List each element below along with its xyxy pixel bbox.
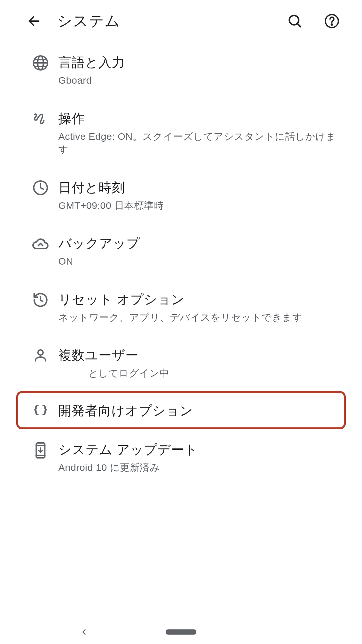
nav-home-pill[interactable]: [166, 629, 196, 635]
svg-point-9: [38, 350, 43, 355]
svg-line-2: [298, 23, 301, 27]
item-subtitle: ネットワーク、アプリ、デバイスをリセットできます: [58, 311, 339, 324]
settings-item-developer-options[interactable]: 開発者向けオプション: [16, 391, 346, 429]
settings-item-gestures[interactable]: 操作 Active Edge: ON。スクイーズしてアシスタントに話しかけます: [16, 98, 346, 167]
svg-point-4: [331, 24, 332, 25]
item-title: 言語と入力: [58, 54, 339, 71]
search-icon: [287, 14, 302, 29]
braces-icon: [33, 403, 48, 418]
help-icon: [324, 13, 340, 29]
search-button[interactable]: [284, 10, 306, 32]
cloud-upload-icon: [32, 235, 49, 253]
item-subtitle: Android 10 に更新済み: [58, 461, 339, 474]
help-button[interactable]: [321, 10, 343, 32]
person-icon: [33, 347, 48, 363]
item-subtitle: Gboard: [58, 74, 339, 87]
item-title: システム アップデート: [58, 441, 339, 458]
chevron-left-icon: [79, 627, 88, 637]
nav-back-button[interactable]: [79, 627, 88, 637]
item-subtitle: Active Edge: ON。スクイーズしてアシスタントに話しかけます: [58, 130, 339, 156]
clock-icon: [32, 180, 49, 196]
settings-item-backup[interactable]: バックアップ ON: [16, 223, 346, 279]
item-title: 日付と時刻: [58, 179, 339, 196]
settings-item-reset[interactable]: リセット オプション ネットワーク、アプリ、デバイスをリセットできます: [16, 279, 346, 335]
app-header: システム: [16, 0, 346, 42]
page-title: システム: [57, 11, 272, 31]
settings-item-date-time[interactable]: 日付と時刻 GMT+09:00 日本標準時: [16, 167, 346, 223]
system-update-icon: [33, 442, 48, 459]
settings-item-multiple-users[interactable]: 複数ユーザー としてログイン中: [16, 335, 346, 391]
item-subtitle: としてログイン中: [58, 367, 339, 380]
item-subtitle: GMT+09:00 日本標準時: [58, 199, 339, 212]
item-subtitle: ON: [58, 255, 339, 268]
settings-item-language-input[interactable]: 言語と入力 Gboard: [16, 42, 346, 98]
item-title: バックアップ: [58, 235, 339, 252]
settings-item-system-update[interactable]: システム アップデート Android 10 に更新済み: [16, 429, 346, 485]
history-icon: [32, 292, 49, 308]
settings-list: 言語と入力 Gboard 操作 Active Edge: ON。スクイーズしてア…: [16, 42, 346, 620]
item-title: リセット オプション: [58, 291, 339, 308]
item-title: 複数ユーザー: [58, 347, 339, 364]
gesture-icon: [32, 111, 49, 127]
arrow-back-icon: [27, 14, 41, 28]
globe-icon: [32, 54, 49, 71]
item-title: 操作: [58, 110, 339, 127]
system-nav-bar: [16, 620, 346, 644]
back-button[interactable]: [23, 10, 45, 32]
item-title: 開発者向けオプション: [58, 402, 337, 419]
